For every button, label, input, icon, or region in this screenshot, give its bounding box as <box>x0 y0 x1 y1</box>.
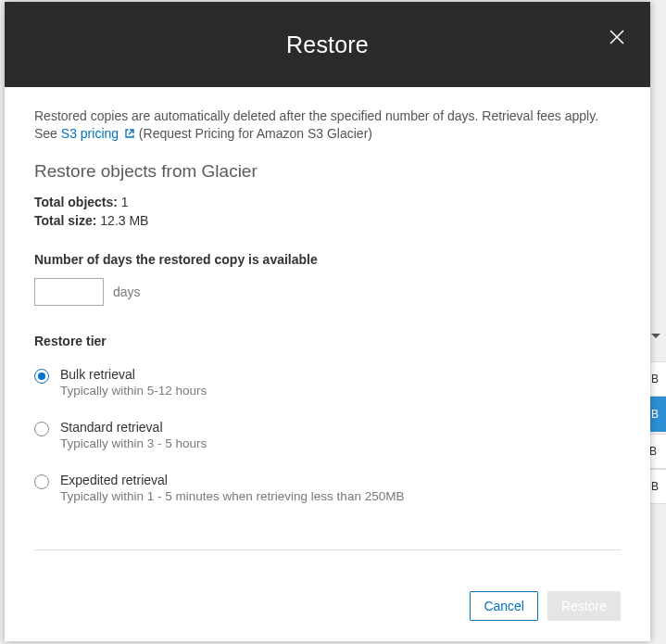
modal-title: Restore <box>286 32 369 58</box>
intro-text: Restored copies are automatically delete… <box>34 107 621 143</box>
cancel-button[interactable]: Cancel <box>470 591 538 621</box>
modal-body: Restored copies are automatically delete… <box>5 87 650 575</box>
radio-text: Standard retrieval Typically within 3 - … <box>60 420 207 450</box>
radio-icon <box>34 369 49 384</box>
tier-label: Restore tier <box>34 334 621 348</box>
object-meta: Total objects: 1 Total size: 12.3 MB <box>34 195 621 228</box>
tier-bulk-option[interactable]: Bulk retrieval Typically within 5-12 hou… <box>34 358 621 410</box>
close-icon <box>608 28 626 46</box>
total-objects-row: Total objects: 1 <box>34 195 621 209</box>
section-title: Restore objects from Glacier <box>34 161 621 182</box>
modal-footer: Cancel Restore <box>5 575 650 641</box>
radio-icon <box>34 422 49 436</box>
tier-expedited-title: Expedited retrieval <box>60 473 404 487</box>
radio-icon <box>34 474 49 489</box>
tier-standard-title: Standard retrieval <box>60 420 207 435</box>
total-objects-label: Total objects: <box>34 195 118 209</box>
total-objects-value: 1 <box>121 195 129 209</box>
pricing-link-text: S3 pricing <box>61 126 119 141</box>
tier-standard-option[interactable]: Standard retrieval Typically within 3 - … <box>34 410 621 463</box>
tier-expedited-sub: Typically within 1 - 5 minutes when retr… <box>60 489 404 503</box>
intro-after: (Request Pricing for Amazon S3 Glacier) <box>139 126 372 141</box>
close-button[interactable] <box>606 26 628 48</box>
days-unit: days <box>113 284 141 299</box>
days-label: Number of days the restored copy is avai… <box>34 252 621 267</box>
radio-text: Bulk retrieval Typically within 5-12 hou… <box>60 367 207 398</box>
modal-header: Restore <box>5 2 650 87</box>
restore-modal: Restore Restored copies are automaticall… <box>5 2 650 641</box>
restore-button[interactable]: Restore <box>547 591 621 621</box>
tier-bulk-sub: Typically within 5-12 hours <box>60 384 207 398</box>
tier-standard-sub: Typically within 3 - 5 hours <box>60 436 207 450</box>
days-input[interactable] <box>34 278 104 306</box>
pricing-link[interactable]: S3 pricing <box>61 126 139 141</box>
days-row: days <box>34 278 621 306</box>
total-size-row: Total size: 12.3 MB <box>34 213 621 228</box>
external-link-icon <box>124 126 135 137</box>
tier-bulk-title: Bulk retrieval <box>60 367 207 382</box>
tier-radio-group: Bulk retrieval Typically within 5-12 hou… <box>34 358 621 516</box>
total-size-label: Total size: <box>34 213 96 228</box>
radio-text: Expedited retrieval Typically within 1 -… <box>60 473 404 503</box>
total-size-value: 12.3 MB <box>100 213 148 228</box>
tier-expedited-option[interactable]: Expedited retrieval Typically within 1 -… <box>34 463 621 516</box>
divider <box>34 549 621 550</box>
